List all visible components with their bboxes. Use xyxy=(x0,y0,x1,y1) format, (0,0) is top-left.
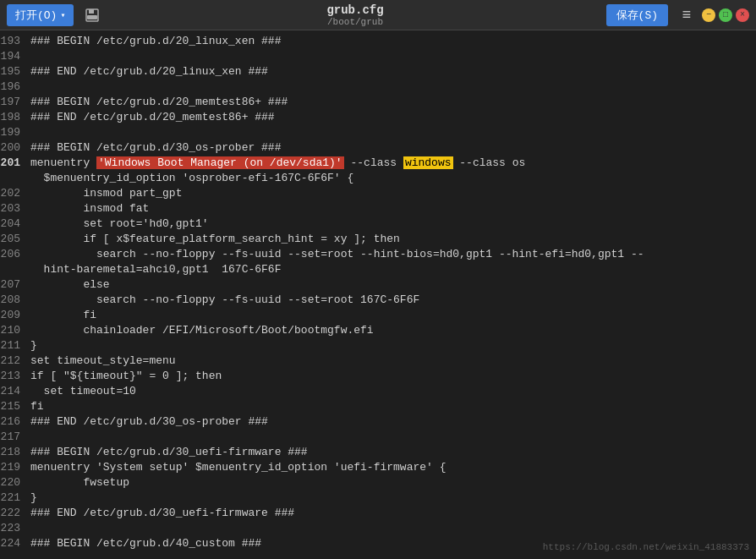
line-content: } xyxy=(30,490,37,506)
table-row: 214 set timeout=10 xyxy=(0,384,756,399)
line-number: 201 xyxy=(0,156,30,171)
line-content: else xyxy=(30,277,110,293)
line-number: 214 xyxy=(0,384,30,399)
table-row: 203 insmod fat xyxy=(0,201,756,216)
table-row: 219menuentry 'System setup' $menuentry_i… xyxy=(0,460,756,475)
open-label: 打开(O) xyxy=(15,8,57,23)
line-number: 221 xyxy=(0,490,30,506)
code-content: 193### BEGIN /etc/grub.d/20_linux_xen ##… xyxy=(0,30,756,555)
table-row: 209 fi xyxy=(0,308,756,323)
line-content: ### END /etc/grub.d/20_linux_xen ### xyxy=(30,64,268,79)
table-row: 201menuentry 'Windows Boot Manager (on /… xyxy=(0,156,756,171)
line-number: 197 xyxy=(0,95,30,110)
table-row: 195### END /etc/grub.d/20_linux_xen ### xyxy=(0,64,756,79)
file-path: /boot/grub xyxy=(327,17,383,27)
table-row: 212set timeout_style=menu xyxy=(0,353,756,369)
table-row: 205 if [ x$feature_platform_search_hint … xyxy=(0,232,756,247)
maximize-button[interactable]: □ xyxy=(719,8,732,22)
line-number: 206 xyxy=(0,247,30,262)
table-row: 221} xyxy=(0,490,756,506)
line-content: ### END /etc/grub.d/20_memtest86+ ### xyxy=(30,110,275,125)
line-content: fi xyxy=(30,399,44,414)
line-number: 205 xyxy=(0,232,30,247)
line-content: insmod fat xyxy=(30,201,149,216)
line-number: 215 xyxy=(0,399,30,414)
table-row: 213if [ "${timeout}" = 0 ]; then xyxy=(0,369,756,384)
line-number: 223 xyxy=(0,521,30,536)
minimize-button[interactable]: − xyxy=(702,8,715,22)
save-button[interactable]: 保存(S) xyxy=(606,4,668,26)
line-number: 200 xyxy=(0,140,30,156)
file-title: grub.cfg xyxy=(326,3,383,17)
table-row: 217 xyxy=(0,430,756,445)
line-content: fwsetup xyxy=(30,475,129,490)
disk-icon-button[interactable] xyxy=(80,3,104,27)
title-center: grub.cfg /boot/grub xyxy=(104,3,605,27)
table-row: 193### BEGIN /etc/grub.d/20_linux_xen ##… xyxy=(0,34,756,49)
line-content: } xyxy=(30,338,37,353)
line-number: 224 xyxy=(0,536,30,551)
table-row: 199 xyxy=(0,125,756,140)
table-row: 194 xyxy=(0,49,756,64)
table-row: 215fi xyxy=(0,399,756,414)
line-number: 216 xyxy=(0,414,30,430)
line-content: search --no-floppy --fs-uuid --set=root … xyxy=(30,293,419,308)
line-content: chainloader /EFI/Microsoft/Boot/bootmgfw… xyxy=(30,323,374,338)
line-content: hint-baremetal=ahci0,gpt1 167C-6F6F xyxy=(30,262,281,277)
line-number: 196 xyxy=(0,79,30,95)
line-content: ### BEGIN /etc/grub.d/30_os-prober ### xyxy=(30,140,281,156)
table-row: 222### END /etc/grub.d/30_uefi-firmware … xyxy=(0,506,756,521)
line-number: 193 xyxy=(0,34,30,49)
line-number: 195 xyxy=(0,64,30,79)
line-number: 204 xyxy=(0,216,30,232)
table-row: 210 chainloader /EFI/Microsoft/Boot/boot… xyxy=(0,323,756,338)
line-content: menuentry 'System setup' $menuentry_id_o… xyxy=(30,460,446,475)
line-content: insmod part_gpt xyxy=(30,186,182,201)
table-row: 196 xyxy=(0,79,756,95)
table-row: hint-baremetal=ahci0,gpt1 167C-6F6F xyxy=(0,262,756,277)
svg-rect-2 xyxy=(87,15,97,19)
open-menu-button[interactable]: 打开(O) ▾ xyxy=(7,4,74,26)
line-content: ### BEGIN /etc/grub.d/40_custom ### xyxy=(30,536,261,551)
table-row: 218### BEGIN /etc/grub.d/30_uefi-firmwar… xyxy=(0,445,756,460)
window-controls: − □ × xyxy=(702,8,749,22)
line-number: 207 xyxy=(0,277,30,293)
line-number: 217 xyxy=(0,430,30,445)
close-button[interactable]: × xyxy=(736,8,749,22)
svg-rect-1 xyxy=(89,9,94,14)
line-number: 194 xyxy=(0,49,30,64)
line-number: 220 xyxy=(0,475,30,490)
line-content: menuentry 'Windows Boot Manager (on /dev… xyxy=(30,156,525,171)
table-row: 208 search --no-floppy --fs-uuid --set=r… xyxy=(0,293,756,308)
table-row: 200### BEGIN /etc/grub.d/30_os-prober ##… xyxy=(0,140,756,156)
line-number: 202 xyxy=(0,186,30,201)
table-row: 223 xyxy=(0,521,756,536)
line-number: 209 xyxy=(0,308,30,323)
table-row: 220 fwsetup xyxy=(0,475,756,490)
chevron-down-icon: ▾ xyxy=(60,10,65,20)
line-content: set timeout=10 xyxy=(30,384,136,399)
table-row: 216### END /etc/grub.d/30_os-prober ### xyxy=(0,414,756,430)
hamburger-menu-button[interactable]: ≡ xyxy=(675,3,698,27)
line-number: 203 xyxy=(0,201,30,216)
line-content: ### END /etc/grub.d/30_os-prober ### xyxy=(30,414,268,430)
table-row: 198### END /etc/grub.d/20_memtest86+ ### xyxy=(0,110,756,125)
line-content: search --no-floppy --fs-uuid --set=root … xyxy=(30,247,644,262)
line-number: 218 xyxy=(0,445,30,460)
line-number: 213 xyxy=(0,369,30,384)
table-row: 197### BEGIN /etc/grub.d/20_memtest86+ #… xyxy=(0,95,756,110)
line-content: ### BEGIN /etc/grub.d/20_linux_xen ### xyxy=(30,34,281,49)
table-row: 207 else xyxy=(0,277,756,293)
line-content: if [ x$feature_platform_search_hint = xy… xyxy=(30,232,400,247)
line-content: $menuentry_id_option 'osprober-efi-167C-… xyxy=(30,171,353,186)
line-content: ### BEGIN /etc/grub.d/30_uefi-firmware #… xyxy=(30,445,308,460)
code-editor: 193### BEGIN /etc/grub.d/20_linux_xen ##… xyxy=(0,30,756,559)
line-number: 198 xyxy=(0,110,30,125)
line-number: 219 xyxy=(0,460,30,475)
table-row: 206 search --no-floppy --fs-uuid --set=r… xyxy=(0,247,756,262)
line-content: fi xyxy=(30,308,96,323)
table-row: 202 insmod part_gpt xyxy=(0,186,756,201)
line-content: if [ "${timeout}" = 0 ]; then xyxy=(30,369,222,384)
line-content: set root='hd0,gpt1' xyxy=(30,216,209,232)
watermark: https://blog.csdn.net/weixin_41883373 xyxy=(543,542,749,552)
